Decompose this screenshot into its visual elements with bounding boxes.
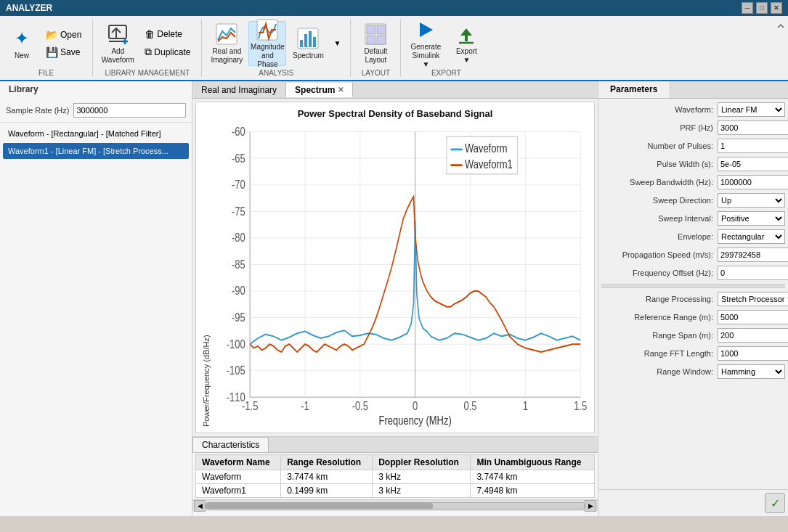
param-freq-offset-input[interactable]	[718, 266, 788, 280]
default-layout-button[interactable]: DefaultLayout	[357, 21, 394, 66]
save-label: Save	[60, 47, 80, 57]
param-ref-range-input[interactable]	[718, 310, 788, 324]
param-fft-row: Range FFT Length:	[601, 345, 785, 361]
param-interval-select[interactable]: Positive Symmetric	[718, 211, 785, 226]
param-range-proc-label: Range Processing:	[601, 295, 718, 303]
chart-area: -60 -65 -70 -75 -80 -85 -90 -95 -100 -10…	[211, 122, 588, 427]
param-envelope-select[interactable]: Rectangular	[718, 229, 785, 244]
scroll-left-arrow[interactable]: ◀	[194, 500, 206, 512]
new-button[interactable]: ✦ New	[6, 21, 38, 66]
spectrum-button[interactable]: Spectrum	[289, 21, 327, 66]
close-btn[interactable]: ✕	[771, 2, 782, 14]
svg-text:-60: -60	[232, 126, 245, 139]
center-content: Real and Imaginary Spectrum ✕ Power Spec…	[192, 81, 598, 516]
param-waveform-select[interactable]: Linear FM	[718, 102, 785, 117]
svg-rect-15	[367, 36, 375, 44]
magnitude-phase-label: Magnitudeand Phase	[251, 43, 285, 69]
y-axis-label: Power/Frequency (dB/Hz)	[202, 122, 211, 427]
sidebar: Library Sample Rate (Hz) Waveform - [Rec…	[0, 81, 192, 516]
svg-text:-105: -105	[227, 364, 245, 377]
waveform-item-1[interactable]: Waveform1 - [Linear FM] - [Stretch Proce…	[3, 143, 189, 159]
sample-rate-input[interactable]	[73, 103, 186, 118]
row0-range-res: 3.7474 km	[281, 470, 373, 484]
analysis-more-button[interactable]: ▼	[330, 21, 344, 66]
duplicate-button[interactable]: ⧉ Duplicate	[139, 44, 195, 60]
ribbon-content: ✦ New 📂 Open 💾 Save FILE	[0, 16, 788, 80]
chart-svg: -60 -65 -70 -75 -80 -85 -90 -95 -100 -10…	[211, 122, 588, 427]
chars-tab[interactable]: Characteristics	[192, 437, 269, 452]
delete-label: Delete	[157, 29, 182, 39]
param-interval-row: Sweep Interval: Positive Symmetric	[601, 210, 785, 226]
plot-area: Power Spectral Density of Baseband Signa…	[195, 102, 595, 433]
svg-marker-17	[420, 22, 433, 37]
col-min-unambiguous-range: Min Unambiguous Range	[471, 455, 595, 470]
magnitude-phase-button[interactable]: Magnitudeand Phase	[248, 21, 286, 66]
ribbon-group-layout: DefaultLayout LAYOUT	[351, 19, 401, 77]
svg-rect-9	[304, 34, 307, 47]
delete-button[interactable]: 🗑 Delete	[139, 26, 195, 42]
param-divider	[601, 284, 785, 288]
params-tab-bar: Parameters	[598, 81, 788, 99]
tab-spectrum-close[interactable]: ✕	[338, 86, 344, 94]
ribbon-group-export: GenerateSimulink ▼ Export▼ EXPORT	[401, 19, 491, 77]
param-interval-label: Sweep Interval:	[601, 214, 718, 223]
params-tab-label: Parameters	[610, 84, 657, 94]
export-button[interactable]: Export▼	[447, 21, 485, 66]
layout-label: LAYOUT	[362, 69, 390, 77]
confirm-button[interactable]: ✓	[765, 493, 785, 513]
param-freq-offset-row: Frequency Offset (Hz):	[601, 265, 785, 281]
param-pw-input[interactable]	[718, 157, 788, 171]
params-tab[interactable]: Parameters	[598, 81, 669, 98]
generate-simulink-button[interactable]: GenerateSimulink ▼	[407, 21, 444, 66]
params-footer: ✓	[598, 489, 788, 516]
row1-min-range: 7.4948 km	[471, 484, 595, 498]
param-dir-select[interactable]: Up Down	[718, 193, 785, 208]
param-pulses-input[interactable]	[718, 139, 788, 153]
svg-rect-11	[313, 37, 316, 47]
row0-min-range: 3.7474 km	[471, 470, 595, 484]
ribbon-collapse-btn[interactable]	[773, 19, 788, 77]
params-panel: Parameters Waveform: Linear FM PRF (Hz) …	[598, 81, 788, 516]
svg-text:Waveform: Waveform	[465, 142, 508, 155]
maximize-btn[interactable]: □	[756, 2, 768, 14]
minimize-btn[interactable]: ─	[742, 2, 753, 14]
param-speed-input[interactable]	[718, 247, 788, 262]
param-window-label: Range Window:	[601, 367, 718, 376]
real-imaginary-button[interactable]: Real andImaginary	[208, 21, 245, 66]
param-speed-label: Propagation Speed (m/s):	[601, 250, 718, 259]
default-layout-label: DefaultLayout	[365, 47, 388, 65]
param-pulses-row: Number of Pulses:	[601, 138, 785, 154]
bottom-scrollbar[interactable]: ◀ ▶	[192, 499, 598, 511]
param-fft-input[interactable]	[718, 346, 788, 361]
svg-text:-75: -75	[232, 205, 245, 218]
ribbon-group-library-mgmt: AddWaveform 🗑 Delete ⧉ Duplicate LIBRARY…	[93, 19, 202, 77]
waveform-item-0[interactable]: Waveform - [Rectangular] - [Matched Filt…	[3, 126, 189, 142]
row1-range-res: 0.1499 km	[281, 484, 373, 498]
param-window-select[interactable]: Hamming Hann Rectangular	[718, 364, 785, 379]
library-tab[interactable]: Library	[0, 81, 192, 99]
param-ref-range-label: Reference Range (m):	[601, 313, 718, 322]
open-button[interactable]: 📂 Open	[41, 27, 86, 43]
save-button[interactable]: 💾 Save	[41, 44, 86, 60]
spectrum-icon	[296, 27, 320, 50]
param-bw-label: Sweep Bandwidth (Hz):	[601, 178, 718, 187]
row1-name: Waveform1	[196, 484, 281, 498]
chars-tab-label: Characteristics	[202, 440, 259, 450]
scroll-right-arrow[interactable]: ▶	[585, 500, 596, 512]
param-range-proc-select[interactable]: Stretch Processor	[718, 292, 788, 306]
table-row: Waveform1 0.1499 km 3 kHz 7.4948 km	[196, 484, 595, 498]
row0-name: Waveform	[196, 470, 281, 484]
tab-spectrum[interactable]: Spectrum ✕	[286, 83, 353, 97]
tab-real-imaginary[interactable]: Real and Imaginary	[192, 83, 286, 97]
scroll-track[interactable]	[206, 502, 585, 510]
title-bar-controls: ─ □ ✕	[742, 2, 782, 14]
plot-title: Power Spectral Density of Baseband Signa…	[298, 108, 493, 119]
param-range-span-input[interactable]	[718, 328, 788, 343]
param-prf-input[interactable]	[718, 120, 788, 135]
export-label-group: EXPORT	[431, 69, 461, 77]
param-bw-input[interactable]	[718, 175, 788, 189]
row1-doppler-res: 3 kHz	[373, 484, 471, 498]
add-waveform-button[interactable]: AddWaveform	[99, 21, 137, 66]
export-label: Export▼	[456, 47, 477, 65]
sample-rate-label: Sample Rate (Hz)	[6, 106, 69, 115]
